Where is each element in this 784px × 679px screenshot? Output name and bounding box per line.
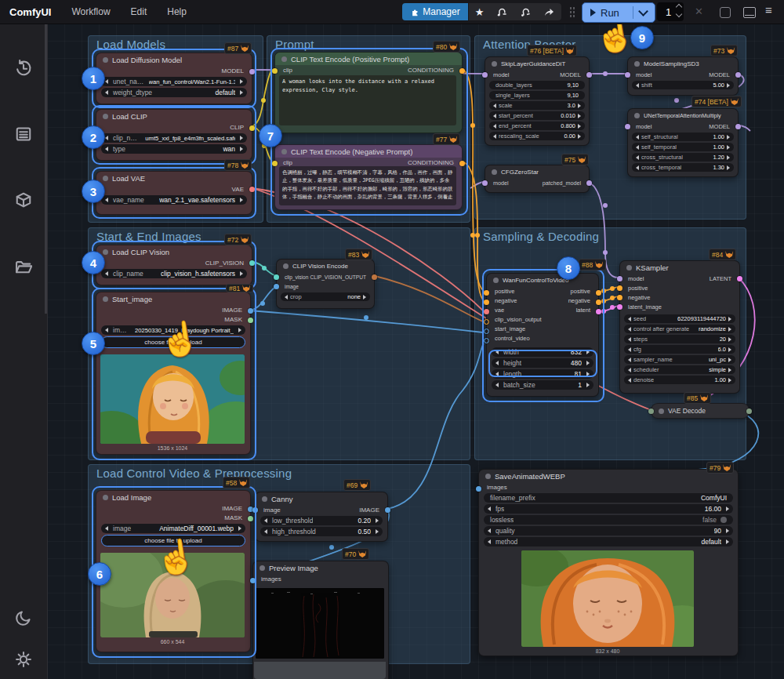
node-load-clip[interactable]: Load CLIP CLIP clip_nameumt5_xxl_fp8_e4m… bbox=[96, 109, 252, 161]
manager-button[interactable]: Manager bbox=[402, 3, 468, 20]
widget-quality[interactable]: quality90 bbox=[484, 526, 733, 536]
port-clip-in[interactable] bbox=[272, 161, 278, 166]
widget-width[interactable]: width832 bbox=[492, 347, 593, 357]
port-model-out[interactable] bbox=[249, 69, 255, 74]
port-image-in[interactable] bbox=[252, 507, 258, 513]
node-header[interactable]: Load Image bbox=[96, 491, 250, 503]
widget-type[interactable]: typewan bbox=[101, 144, 247, 154]
widget-height[interactable]: height480 bbox=[492, 358, 593, 368]
node-model-sampling-sd3[interactable]: ModelSamplingSD3 modelMODEL shift5.00 bbox=[627, 56, 739, 96]
port-model-in[interactable] bbox=[482, 180, 488, 186]
node-header[interactable]: Load Diffusion Model bbox=[96, 53, 252, 66]
node-cfg-zero-star[interactable]: CFGZeroStar modelpatched_model bbox=[485, 165, 590, 193]
collapse-dot-icon[interactable] bbox=[103, 114, 108, 119]
widget-cfg[interactable]: cfg6.0 bbox=[624, 345, 735, 354]
widget-crop[interactable]: cropnone bbox=[281, 292, 370, 301]
stop-icon[interactable] bbox=[720, 7, 731, 18]
widget-cross-structural[interactable]: cross_structural1.20 bbox=[632, 153, 734, 162]
node-header[interactable]: WanFunControlToVideo bbox=[487, 274, 598, 286]
widget-sampler-name[interactable]: sampler_nameuni_pc bbox=[624, 355, 735, 364]
run-button[interactable]: Run bbox=[582, 2, 655, 23]
widget-end-percent[interactable]: end_percent0.800 bbox=[489, 122, 585, 130]
port-model-out[interactable] bbox=[586, 72, 592, 78]
port-negative-in[interactable] bbox=[617, 295, 622, 300]
port-model-in[interactable] bbox=[482, 72, 488, 78]
node-header[interactable]: Start_image bbox=[96, 292, 250, 305]
cancel-icon[interactable]: ✕ bbox=[695, 5, 703, 17]
port-clip-out[interactable] bbox=[249, 125, 255, 131]
widget-shift[interactable]: shift5.00 bbox=[632, 81, 734, 89]
node-clip-vision-encode[interactable]: CLIP Vision Encode clip_visionCLIP_VISIO… bbox=[276, 259, 375, 309]
widget-low-threshold[interactable]: low_threshold0.20 bbox=[260, 516, 383, 525]
collapse-dot-icon[interactable] bbox=[634, 113, 640, 118]
collapse-dot-icon[interactable] bbox=[281, 149, 287, 154]
collapse-dot-icon[interactable] bbox=[485, 474, 491, 479]
node-header[interactable]: Load VAE bbox=[96, 172, 252, 184]
menu-workflow[interactable]: Workflow bbox=[71, 6, 110, 17]
collapse-dot-icon[interactable] bbox=[492, 61, 497, 67]
widget-seed[interactable]: seed622093119444720 bbox=[624, 314, 735, 323]
widget-double-layers[interactable]: double_layers9,10 bbox=[489, 81, 585, 89]
port-mask-out[interactable] bbox=[248, 516, 253, 521]
node-header[interactable]: Preview Image bbox=[253, 561, 388, 574]
port-model-in[interactable] bbox=[617, 276, 622, 281]
port-latent-out[interactable] bbox=[596, 309, 601, 314]
widget-clip-name[interactable]: clip_nameclip_vision_h.safetensors bbox=[101, 269, 247, 278]
menu-help[interactable]: Help bbox=[167, 6, 187, 17]
widget-scheduler[interactable]: schedulersimple bbox=[624, 365, 735, 374]
share-icon[interactable] bbox=[543, 6, 555, 17]
collapse-dot-icon[interactable] bbox=[493, 278, 499, 283]
port-positive-in[interactable] bbox=[484, 290, 489, 296]
node-unet-temporal-attention-multiply[interactable]: UNetTemporalAttentionMultiply modelMODEL… bbox=[627, 108, 739, 177]
port-image-out[interactable] bbox=[385, 507, 390, 513]
port-negative-out[interactable] bbox=[596, 300, 601, 305]
collapse-dot-icon[interactable] bbox=[262, 496, 267, 502]
collapse-dot-icon[interactable] bbox=[634, 61, 640, 67]
port-conditioning-out[interactable] bbox=[459, 68, 465, 74]
node-load-diffusion-model[interactable]: Load Diffusion Model MODEL unet_namewan_… bbox=[96, 53, 252, 104]
node-vae-decode-collapsed[interactable]: VAE Decode bbox=[651, 403, 750, 419]
vacuum-icon-2[interactable] bbox=[520, 6, 532, 18]
widget-self-temporal[interactable]: self_temporal1.00 bbox=[632, 143, 734, 151]
sidebar-workflows-button[interactable] bbox=[15, 259, 32, 276]
collapse-dot-icon[interactable] bbox=[281, 56, 287, 62]
port-image-in[interactable] bbox=[274, 284, 279, 289]
port-images-in[interactable] bbox=[476, 486, 481, 492]
port-images-in[interactable] bbox=[250, 578, 256, 583]
widget-batch-size[interactable]: batch_size1 bbox=[492, 380, 593, 390]
port-start-image-in[interactable] bbox=[484, 329, 489, 334]
widget-scale[interactable]: scale3.0 bbox=[489, 101, 585, 110]
node-header[interactable]: Canny bbox=[256, 492, 387, 505]
port-model-out[interactable] bbox=[735, 124, 741, 129]
collapse-dot-icon[interactable] bbox=[492, 169, 497, 175]
port-positive-out[interactable] bbox=[596, 290, 601, 296]
settings-gear-button[interactable] bbox=[15, 651, 32, 668]
widget-vae-name[interactable]: vae_namewan_2.1_vae.safetensors bbox=[101, 195, 247, 205]
port-model-out[interactable] bbox=[735, 72, 741, 78]
port-mask-out[interactable] bbox=[248, 318, 253, 323]
node-header[interactable]: ModelSamplingSD3 bbox=[628, 57, 738, 70]
collapse-dot-icon[interactable] bbox=[260, 565, 265, 571]
node-header[interactable]: CLIP Text Encode (Positive Prompt) bbox=[275, 53, 462, 65]
widget-rescaling-scale[interactable]: rescaling_scale0.00 bbox=[489, 132, 585, 140]
port-negative-in[interactable] bbox=[484, 300, 489, 305]
widget-steps[interactable]: steps20 bbox=[624, 335, 735, 343]
node-wan-fun-control-to-video[interactable]: WanFunControlToVideo positivepositive ne… bbox=[486, 273, 599, 397]
group-title[interactable]: Prompt bbox=[275, 38, 314, 51]
sidebar-model-library-button[interactable] bbox=[15, 191, 32, 209]
node-canny[interactable]: Canny imageIMAGE low_threshold0.20 high_… bbox=[255, 492, 388, 542]
node-header[interactable]: UNetTemporalAttentionMultiply bbox=[628, 109, 738, 122]
port-positive-in[interactable] bbox=[617, 285, 622, 291]
widget-high-threshold[interactable]: high_threshold0.50 bbox=[260, 527, 383, 536]
port-model-in[interactable] bbox=[625, 72, 630, 78]
positive-prompt-textarea[interactable]: A woman looks into the distance with a r… bbox=[279, 75, 456, 125]
node-load-vae[interactable]: Load VAE VAE vae_namewan_2.1_vae.safeten… bbox=[96, 171, 252, 215]
drag-handle[interactable] bbox=[569, 6, 575, 17]
port-model-in[interactable] bbox=[625, 124, 630, 129]
negative-prompt-textarea[interactable]: 色调艳丽，过曝，静态，细节模糊不清，字幕，风格，作品，画作，画面，静止，整体发灰… bbox=[279, 166, 456, 205]
collapse-dot-icon[interactable] bbox=[103, 495, 108, 500]
port-patched-model-out[interactable] bbox=[586, 180, 592, 186]
node-skip-layer-guidance-dit[interactable]: SkipLayerGuidanceDiT modelMODEL double_l… bbox=[485, 56, 590, 146]
port-clip-in[interactable] bbox=[272, 68, 278, 74]
widget-control-after-generate[interactable]: control after generaterandomize bbox=[624, 325, 735, 333]
